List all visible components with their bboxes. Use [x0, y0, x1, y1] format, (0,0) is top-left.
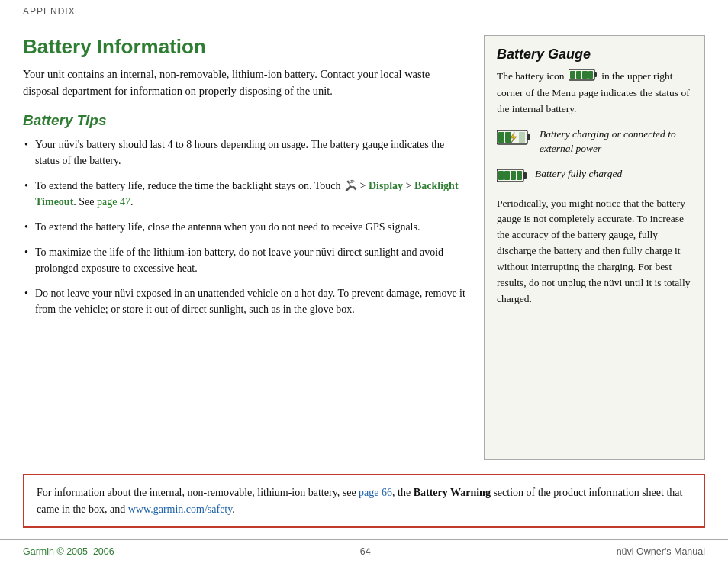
warning-box: For information about the internal, non-… [23, 474, 705, 528]
svg-rect-5 [588, 71, 593, 79]
page-title: Battery Information [23, 35, 469, 59]
svg-rect-4 [582, 71, 588, 79]
list-item: To extend the battery life, reduce the t… [23, 178, 469, 210]
bullet-text-1: Your nüvi's battery should last 4 to 8 h… [35, 139, 444, 166]
bullet-text-5: Do not leave your nüvi exposed in an una… [35, 288, 465, 315]
gauge-body-text: Periodically, you might notice that the … [497, 196, 692, 307]
right-column-battery-gauge: Battery Gauge The battery icon in the up… [484, 35, 705, 460]
svg-rect-12 [523, 172, 527, 179]
svg-rect-13 [498, 171, 504, 180]
list-item: To maximize the life of the lithium-ion … [23, 244, 469, 276]
svg-rect-10 [519, 132, 525, 143]
header: Appendix [0, 0, 728, 21]
battery-full-icon [497, 169, 527, 185]
wrench-icon [343, 179, 357, 192]
page-66-link[interactable]: page 66 [359, 487, 392, 498]
intro-text: Your unit contains an internal, non-remo… [23, 66, 469, 100]
svg-rect-8 [498, 132, 504, 143]
page-47-link[interactable]: page 47 [97, 196, 130, 208]
list-item: Do not leave your nüvi exposed in an una… [23, 285, 469, 317]
svg-rect-14 [504, 171, 510, 180]
battery-full-text: Battery fully charged [535, 167, 622, 182]
svg-rect-2 [570, 71, 575, 79]
svg-rect-1 [594, 72, 597, 77]
footer-right: nüvi Owner's Manual [617, 546, 705, 557]
header-appendix-label: Appendix [23, 6, 76, 17]
battery-charging-item: Battery charging or connected to externa… [497, 127, 692, 156]
battery-charging-icon [497, 129, 532, 149]
footer: Garmin © 2005–2006 64 nüvi Owner's Manua… [0, 539, 728, 563]
svg-rect-9 [505, 132, 511, 143]
battery-charging-text: Battery charging or connected to externa… [540, 127, 692, 156]
battery-tips-title: Battery Tips [23, 112, 469, 129]
battery-full-item: Battery fully charged [497, 167, 692, 185]
bullet-text-2: To extend the battery life, reduce the t… [35, 180, 459, 208]
footer-left: Garmin © 2005–2006 [23, 546, 114, 557]
footer-page-number: 64 [360, 546, 371, 557]
battery-tips-list: Your nüvi's battery should last 4 to 8 h… [23, 137, 469, 317]
svg-rect-15 [511, 171, 516, 180]
bullet-text-4: To maximize the life of the lithium-ion … [35, 246, 443, 274]
left-column: Battery Information Your unit contains a… [23, 35, 469, 460]
warning-bold-text: Battery Warning [414, 487, 491, 498]
list-item: Your nüvi's battery should last 4 to 8 h… [23, 137, 469, 169]
garmin-safety-link[interactable]: www.garmin.com/safety [128, 503, 233, 515]
list-item: To extend the battery life, close the an… [23, 219, 469, 235]
warning-text-middle: , the [392, 487, 414, 498]
svg-rect-3 [576, 71, 581, 79]
svg-rect-7 [527, 134, 530, 140]
display-link: Display [369, 180, 403, 191]
gauge-intro: The battery icon in the upper right corn… [497, 69, 692, 117]
bullet-text-3: To extend the battery life, close the an… [35, 221, 420, 233]
main-content: Battery Information Your unit contains a… [0, 21, 728, 468]
battery-icon-inline [569, 69, 598, 85]
warning-text-before: For information about the internal, non-… [37, 487, 359, 498]
warning-text-end: . [232, 503, 235, 515]
svg-rect-16 [517, 171, 522, 180]
gauge-title: Battery Gauge [497, 47, 692, 63]
gauge-intro-before: The battery icon [497, 70, 567, 82]
